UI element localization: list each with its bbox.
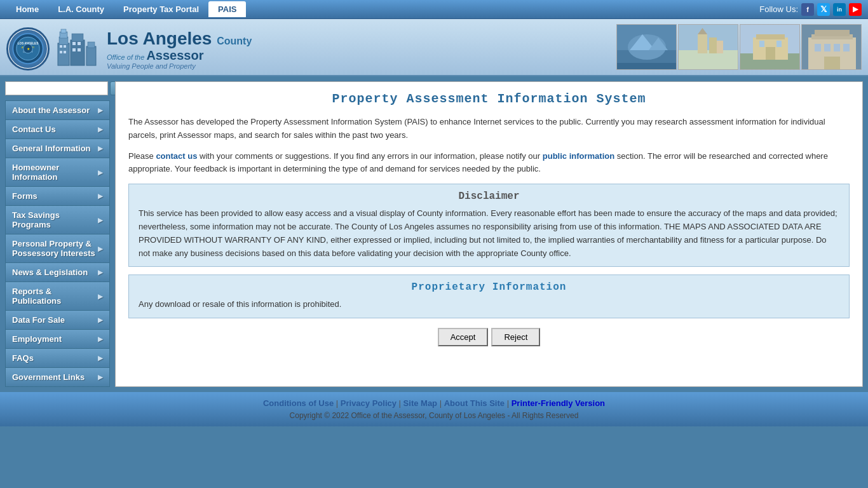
nav-pais[interactable]: PAIS	[208, 1, 246, 17]
arrow-icon-general: ▶	[98, 145, 103, 152]
sidebar-item-general-info[interactable]: General Information ▶	[5, 139, 110, 158]
sidebar-item-label-forms: Forms	[12, 191, 37, 201]
nav-home[interactable]: Home	[6, 1, 48, 17]
sidebar-item-label-personal-property: Personal Property & Possessory Interests	[12, 239, 98, 258]
facebook-icon[interactable]: f	[801, 3, 814, 16]
svg-rect-14	[88, 42, 95, 48]
disclaimer-section: Disclaimer This service has been provide…	[128, 184, 850, 267]
footer-printer-friendly-link[interactable]: Printer-Friendly Version	[512, 398, 605, 408]
public-info-link[interactable]: public information	[543, 151, 614, 161]
header-photo-1	[616, 24, 677, 70]
svg-rect-20	[78, 42, 81, 45]
arrow-icon-contact: ▶	[98, 126, 103, 133]
building-graphic	[55, 24, 105, 69]
svg-rect-12	[72, 34, 83, 41]
sidebar-item-label-gov-links: Government Links	[12, 372, 85, 382]
svg-rect-19	[72, 42, 76, 45]
svg-rect-49	[843, 44, 850, 51]
footer-conditions-link[interactable]: Conditions of Use	[263, 398, 334, 408]
svg-rect-18	[64, 51, 66, 53]
header-logo: LOS ANGELES ASSESSOR COUNTY ★	[6, 24, 255, 71]
contact-paragraph: Please contact us with your comments or …	[128, 150, 850, 177]
arrow-icon-gov-links: ▶	[98, 374, 103, 381]
intro-paragraph: The Assessor has developed the Property …	[128, 116, 850, 142]
arrow-icon-about: ▶	[98, 107, 103, 114]
header-tagline: Valuing People and Property	[107, 62, 252, 70]
footer-about-site-link[interactable]: About This Site	[444, 398, 505, 408]
page-title: Property Assessment Information System	[128, 92, 850, 106]
svg-rect-16	[64, 45, 66, 48]
arrow-icon-tax-savings: ▶	[98, 217, 103, 224]
sidebar-item-homeowner-info[interactable]: Homeowner Information ▶	[5, 158, 110, 186]
footer-links: Conditions of Use | Privacy Policy | Sit…	[6, 398, 862, 408]
search-input[interactable]	[5, 81, 108, 95]
sidebar-item-reports-publications[interactable]: Reports & Publications ▶	[5, 281, 110, 310]
svg-rect-30	[679, 50, 738, 70]
footer-separator-3: |	[440, 398, 444, 408]
sidebar-item-contact-us[interactable]: Contact Us ▶	[5, 119, 110, 139]
header-photo-3	[740, 24, 800, 70]
sidebar-item-employment[interactable]: Employment ▶	[5, 329, 110, 348]
arrow-icon-homeowner: ▶	[98, 169, 103, 176]
sidebar-item-data-for-sale[interactable]: Data For Sale ▶	[5, 310, 110, 329]
youtube-icon[interactable]: ▶	[849, 3, 862, 16]
sidebar-item-label-data-for-sale: Data For Sale	[12, 315, 65, 325]
sidebar-item-label-faqs: FAQs	[12, 353, 34, 363]
svg-rect-46	[815, 44, 821, 51]
page-header: LOS ANGELES ASSESSOR COUNTY ★	[0, 19, 868, 76]
sidebar-item-personal-property[interactable]: Personal Property & Possessory Interests…	[5, 234, 110, 262]
disclaimer-title: Disclaimer	[139, 191, 839, 202]
svg-rect-39	[759, 41, 764, 47]
nav-la-county[interactable]: L.A. County	[48, 1, 114, 17]
arrow-icon-faqs: ▶	[98, 355, 103, 362]
svg-rect-45	[815, 30, 850, 36]
footer-copyright: Copyright © 2022 Office of the Assessor,…	[6, 411, 862, 420]
action-buttons: Accept Reject	[128, 328, 850, 346]
footer-separator-4: |	[507, 398, 512, 408]
sidebar-item-news-legislation[interactable]: News & Legislation ▶	[5, 262, 110, 281]
header-photo-4	[801, 24, 862, 70]
disclaimer-text: This service has been provided to allow …	[139, 207, 839, 260]
linkedin-icon[interactable]: in	[833, 3, 846, 16]
svg-rect-17	[60, 51, 62, 53]
arrow-icon-forms: ▶	[98, 193, 103, 200]
footer-separator-1: |	[336, 398, 341, 408]
sidebar-item-faqs[interactable]: FAQs ▶	[5, 348, 110, 367]
footer-separator-2: |	[399, 398, 403, 408]
footer-privacy-link[interactable]: Privacy Policy	[341, 398, 397, 408]
sidebar-item-government-links[interactable]: Government Links ▶	[5, 367, 110, 387]
main-wrapper: Go About the Assessor ▶ Contact Us ▶ Gen…	[0, 76, 868, 392]
sidebar-item-label-about: About the Assessor	[12, 105, 90, 115]
twitter-icon[interactable]: 𝕏	[817, 3, 830, 16]
accept-button[interactable]: Accept	[438, 328, 489, 346]
svg-rect-40	[776, 41, 782, 47]
svg-rect-41	[766, 47, 775, 60]
reject-button[interactable]: Reject	[491, 328, 540, 346]
arrow-icon-reports: ▶	[98, 293, 103, 300]
svg-rect-29	[679, 25, 738, 50]
svg-rect-38	[756, 34, 785, 39]
svg-rect-10	[61, 29, 66, 33]
nav-property-tax-portal[interactable]: Property Tax Portal	[114, 1, 208, 17]
sidebar-item-label-homeowner: Homeowner Information	[12, 163, 98, 182]
proprietary-section: Proprietary Information Any download or …	[128, 274, 850, 318]
follow-us-section: Follow Us: f 𝕏 in ▶	[759, 3, 862, 16]
svg-rect-13	[86, 46, 96, 65]
svg-rect-28	[617, 63, 677, 70]
assessor-seal: LOS ANGELES ASSESSOR COUNTY ★	[6, 27, 50, 71]
svg-rect-48	[834, 44, 840, 51]
contact-us-link[interactable]: contact us	[156, 151, 197, 161]
sidebar-item-about-assessor[interactable]: About the Assessor ▶	[5, 100, 110, 119]
paragraph2b: with your comments or suggestions. If yo…	[197, 151, 542, 161]
footer-sitemap-link[interactable]: Site Map	[403, 398, 437, 408]
sidebar-item-label-reports: Reports & Publications	[12, 287, 98, 306]
arrow-icon-personal-property: ▶	[98, 245, 103, 252]
arrow-icon-data-for-sale: ▶	[98, 316, 103, 323]
svg-text:★: ★	[27, 46, 30, 51]
nav-links: Home L.A. County Property Tax Portal PAI…	[6, 1, 246, 17]
page-footer: Conditions of Use | Privacy Policy | Sit…	[0, 392, 868, 426]
proprietary-title: Proprietary Information	[139, 281, 839, 293]
sidebar-item-forms[interactable]: Forms ▶	[5, 186, 110, 205]
sidebar-item-tax-savings[interactable]: Tax Savings Programs ▶	[5, 205, 110, 234]
follow-us-label: Follow Us:	[759, 4, 798, 14]
